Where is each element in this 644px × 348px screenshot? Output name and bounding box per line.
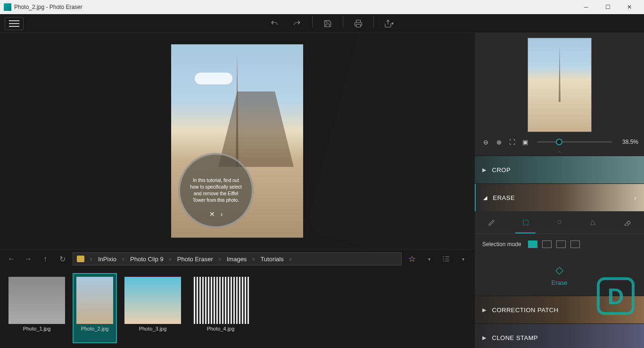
nav-back-button[interactable]: ←: [5, 252, 18, 265]
favorite-dropdown[interactable]: ▾: [422, 252, 436, 265]
crop-label: CROP: [492, 166, 511, 174]
expand-icon[interactable]: ›: [634, 194, 636, 201]
zoom-controls: ⊖ ⊕ ⛶ ▣ 38.5%: [475, 137, 644, 147]
thumbnail-1[interactable]: Photo_1.jpg: [5, 273, 69, 343]
nav-forward-button[interactable]: →: [22, 252, 35, 265]
fit-icon[interactable]: ⛶: [507, 137, 517, 147]
thumb-image: [124, 277, 181, 324]
maximize-button[interactable]: ☐: [597, 0, 619, 14]
thumb-image: [192, 277, 249, 324]
minimize-button[interactable]: ─: [575, 0, 597, 14]
zoom-out-icon[interactable]: ⊖: [480, 137, 491, 147]
thumb-label: Photo_1.jpg: [23, 326, 51, 331]
window-title: Photo_2.jpg - Photo Eraser: [14, 4, 575, 10]
thumb-image: [76, 277, 113, 324]
crop-panel-header[interactable]: ▶ CROP: [475, 156, 644, 183]
correction-label: CORRECTION PATCH: [492, 307, 559, 314]
tutorial-close-icon[interactable]: ✕: [209, 210, 215, 219]
thumb-label: Photo_3.jpg: [139, 326, 167, 331]
mode-new[interactable]: [528, 240, 537, 248]
zoom-slider[interactable]: [537, 141, 612, 142]
view-dropdown[interactable]: ▾: [456, 252, 470, 265]
canvas-area[interactable]: In this tutorial, find out how to specif…: [0, 33, 474, 249]
app-icon: [4, 3, 11, 11]
breadcrumb[interactable]: v InPixiov Photo Clip 9v Photo Eraserv I…: [73, 252, 402, 265]
zoom-in-icon[interactable]: ⊕: [494, 137, 504, 147]
chevron-right-icon: ▶: [482, 307, 487, 313]
toolbar: ▾: [0, 14, 644, 33]
thumb-label: Photo_2.jpg: [81, 326, 109, 331]
selection-mode-label: Selection mode: [482, 241, 521, 248]
chevron-right-icon: ▶: [482, 335, 487, 341]
thumbnail-4[interactable]: Photo_4.jpg: [189, 273, 253, 343]
thumbnail-3[interactable]: Photo_3.jpg: [121, 273, 185, 343]
chevron-down-icon: ◢: [483, 195, 487, 201]
mode-intersect[interactable]: [570, 240, 580, 248]
redo-button[interactable]: [288, 16, 306, 31]
marquee-tool[interactable]: [509, 211, 543, 233]
preview-image[interactable]: [528, 38, 592, 132]
main-image: In this tutorial, find out how to specif…: [171, 44, 303, 238]
print-button[interactable]: [349, 16, 368, 31]
polygon-tool[interactable]: [576, 211, 610, 233]
eraser-tool[interactable]: [610, 211, 644, 233]
menu-button[interactable]: [5, 17, 24, 30]
view-options-button[interactable]: [439, 252, 453, 265]
collapse-icon[interactable]: ︿: [475, 147, 644, 156]
close-button[interactable]: ✕: [619, 0, 640, 14]
refresh-button[interactable]: ↻: [56, 252, 69, 265]
thumbnail-2[interactable]: Photo_2.jpg: [73, 273, 117, 343]
crumb-2[interactable]: Photo Eraser: [177, 256, 213, 263]
preview-box: [475, 33, 644, 137]
tutorial-overlay: In this tutorial, find out how to specif…: [178, 153, 254, 228]
chevron-right-icon: ▶: [482, 167, 487, 173]
brush-tool[interactable]: [475, 211, 509, 233]
mode-subtract[interactable]: [556, 240, 566, 248]
erase-panel-header[interactable]: ◢ ERASE ›: [475, 184, 644, 211]
tutorial-next-icon[interactable]: ›: [221, 210, 223, 219]
clone-label: CLONE STAMP: [492, 334, 538, 341]
svg-rect-0: [523, 220, 528, 225]
save-button[interactable]: [318, 16, 337, 31]
clone-panel-header[interactable]: ▶ CLONE STAMP: [475, 324, 644, 348]
erase-action-label: Erase: [552, 279, 568, 286]
brand-logo: D: [597, 277, 635, 315]
folder-icon: [77, 256, 84, 262]
undo-button[interactable]: [265, 16, 284, 31]
lasso-tool[interactable]: [543, 211, 577, 233]
crumb-4[interactable]: Tutorials: [260, 256, 283, 263]
erase-label: ERASE: [493, 194, 515, 201]
crumb-0[interactable]: InPixio: [98, 256, 116, 263]
thumb-label: Photo_4.jpg: [207, 326, 235, 331]
actual-size-icon[interactable]: ▣: [520, 137, 530, 147]
share-button[interactable]: ▾: [380, 16, 398, 31]
tutorial-text: In this tutorial, find out how to specif…: [190, 177, 242, 204]
file-browser: ← → ↑ ↻ v InPixiov Photo Clip 9v Photo E…: [0, 249, 474, 348]
mode-add[interactable]: [542, 240, 552, 248]
favorite-button[interactable]: ☆: [405, 252, 419, 265]
erase-icon: ◇: [555, 264, 563, 276]
crumb-3[interactable]: Images: [227, 256, 247, 263]
nav-up-button[interactable]: ↑: [39, 252, 52, 265]
thumb-image: [8, 277, 65, 324]
crumb-1[interactable]: Photo Clip 9: [130, 256, 164, 263]
titlebar: Photo_2.jpg - Photo Eraser ─ ☐ ✕: [0, 0, 644, 14]
zoom-value: 38.5%: [619, 139, 638, 145]
